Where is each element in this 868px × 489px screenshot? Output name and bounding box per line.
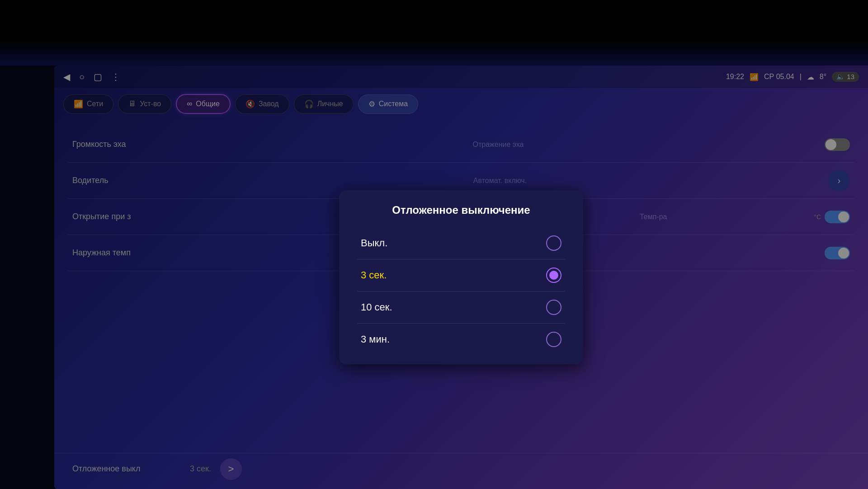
modal-option-3min-label: 3 мин.: [361, 334, 390, 345]
modal-option-3sec-radio[interactable]: [546, 268, 561, 283]
modal-option-off-radio[interactable]: [546, 235, 561, 251]
radio-inner-3sec: [549, 271, 558, 280]
modal-overlay[interactable]: Отложенное выключение Выкл. 3 сек. 10 се…: [54, 66, 868, 489]
top-dark-overlay: [0, 0, 868, 66]
modal-option-off-label: Выкл.: [361, 237, 387, 249]
modal-option-3min[interactable]: 3 мин.: [357, 324, 565, 355]
modal-option-3sec[interactable]: 3 сек.: [357, 259, 565, 292]
modal-option-3min-radio[interactable]: [546, 332, 561, 347]
modal-dialog: Отложенное выключение Выкл. 3 сек. 10 се…: [339, 190, 583, 364]
modal-title: Отложенное выключение: [357, 204, 565, 216]
left-sidebar: [0, 66, 54, 489]
modal-option-10sec[interactable]: 10 сек.: [357, 292, 565, 324]
modal-option-10sec-label: 10 сек.: [361, 301, 392, 313]
modal-option-3sec-label: 3 сек.: [361, 269, 387, 281]
android-screen: ◀ ○ ▢ ⋮ 19:22 📶 СР 05.04 | ☁ 8° 🔈 13 📶 С…: [54, 66, 868, 489]
modal-option-10sec-radio[interactable]: [546, 300, 561, 315]
modal-option-off[interactable]: Выкл.: [357, 227, 565, 259]
